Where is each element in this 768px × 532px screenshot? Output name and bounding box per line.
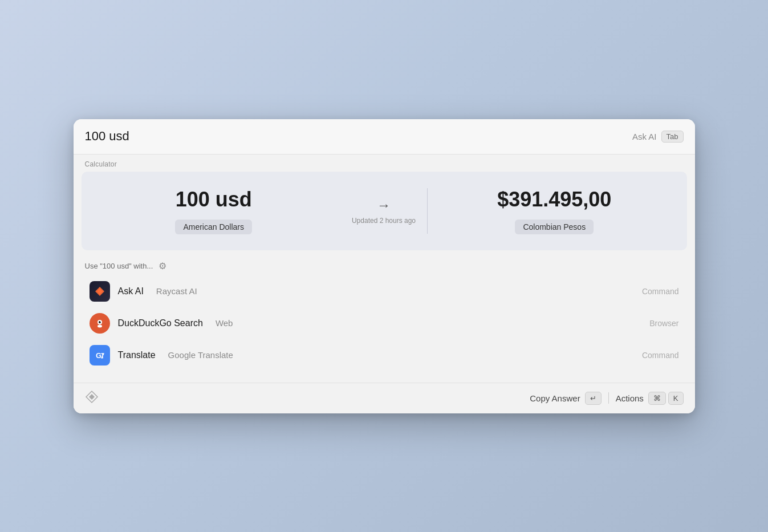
calc-from-currency: American Dollars — [175, 220, 252, 234]
calc-arrow: → — [377, 197, 391, 213]
calculator-section-label: Calculator — [74, 155, 695, 172]
svg-point-3 — [100, 321, 101, 322]
raycast-icon — [90, 281, 110, 302]
svg-point-4 — [97, 324, 102, 327]
translate-icon: G — [90, 345, 110, 366]
calc-output-value: $391.495,00 — [497, 188, 611, 212]
list-items-container: Ask AI Raycast AI Command DuckDuckGo Sea… — [74, 275, 695, 371]
calculator-card: 100 usd American Dollars → Updated 2 hou… — [82, 172, 687, 250]
k-key-badge: K — [668, 392, 684, 405]
search-input[interactable] — [85, 129, 633, 144]
cmd-k-shortcut: ⌘ K — [648, 392, 684, 405]
actions-label: Actions — [616, 393, 644, 403]
calc-updated: Updated 2 hours ago — [352, 217, 416, 225]
list-item-shortcut: Browser — [649, 319, 678, 328]
list-item-subtitle: Google Translate — [168, 350, 233, 360]
copy-answer-button[interactable]: Copy Answer — [530, 393, 580, 403]
use-with-row: Use "100 usd" with... ⚙ — [74, 256, 695, 275]
list-item-name: Translate — [118, 350, 156, 360]
calc-input-value: 100 usd — [176, 188, 252, 212]
tab-badge: Tab — [661, 131, 684, 143]
footer-actions: Copy Answer ↵ Actions ⌘ K — [530, 392, 683, 405]
ddg-icon — [90, 313, 110, 334]
cmd-key-badge: ⌘ — [648, 392, 666, 405]
svg-text:G: G — [96, 351, 101, 360]
list-item-ask-ai[interactable]: Ask AI Raycast AI Command — [78, 275, 690, 307]
list-item-name: DuckDuckGo Search — [118, 318, 203, 328]
list-item-shortcut: Command — [642, 287, 679, 296]
footer-divider — [608, 392, 609, 404]
list-item-subtitle: Web — [216, 318, 233, 328]
list-item-shortcut: Command — [642, 351, 679, 360]
use-with-label: Use "100 usd" with... — [85, 262, 153, 270]
gear-icon-button[interactable]: ⚙ — [157, 261, 168, 272]
ask-ai-label: Ask AI — [632, 132, 657, 141]
raycast-footer-logo — [85, 390, 99, 407]
calc-left: 100 usd American Dollars — [99, 188, 340, 234]
list-item-subtitle: Raycast AI — [156, 286, 197, 296]
list-item-duckduckgo[interactable]: DuckDuckGo Search Web Browser — [78, 307, 690, 339]
search-bar: Ask AI Tab — [74, 119, 695, 155]
list-item-translate[interactable]: G Translate Google Translate Command — [78, 339, 690, 371]
raycast-window: Ask AI Tab Calculator 100 usd American D… — [74, 119, 695, 413]
calc-to-currency: Colombian Pesos — [515, 220, 594, 234]
enter-key-badge: ↵ — [585, 392, 602, 405]
calc-right: $391.495,00 Colombian Pesos — [428, 188, 669, 234]
calc-arrow-area: → Updated 2 hours ago — [340, 197, 427, 225]
footer: Copy Answer ↵ Actions ⌘ K — [74, 383, 695, 413]
list-item-name: Ask AI — [118, 286, 144, 297]
